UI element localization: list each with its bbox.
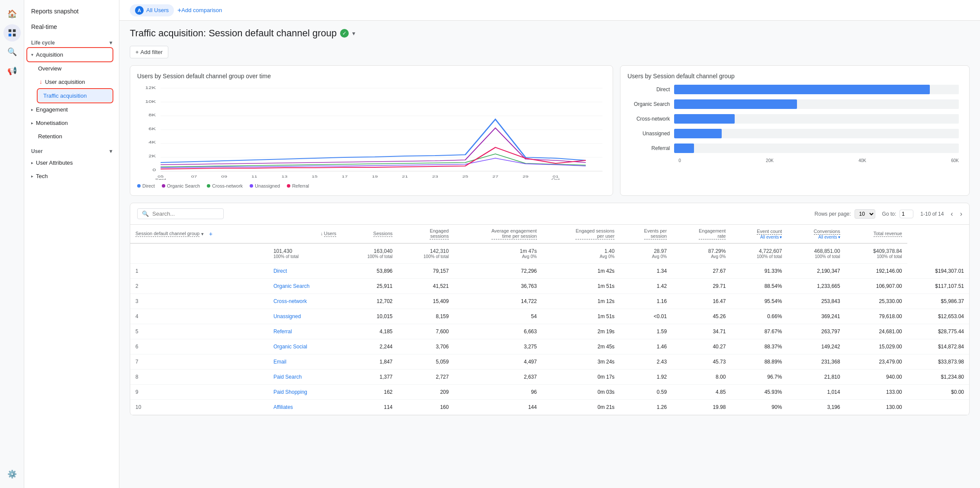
col-header-conversions[interactable]: Conversions All events ▾ — [787, 225, 845, 243]
cell-rank: 2 — [130, 279, 268, 294]
col-header-events-per-session[interactable]: Events persession — [620, 225, 672, 243]
page-title: Traffic acquisition: Session default cha… — [130, 28, 355, 39]
svg-text:12K: 12K — [145, 86, 156, 90]
goto-input[interactable] — [900, 210, 913, 218]
content-area: Traffic acquisition: Session default cha… — [119, 21, 980, 422]
cell-rank: 7 — [130, 354, 268, 370]
svg-text:8K: 8K — [148, 113, 156, 117]
rows-per-page-select[interactable]: 10 25 50 — [855, 209, 875, 219]
monetisation-nav[interactable]: ▸ Monetisation — [24, 116, 116, 130]
cell-engaged-per-user: 0.59 — [620, 385, 672, 400]
prev-page-btn[interactable]: ‹ — [951, 210, 953, 218]
cell-channel[interactable]: Cross-network — [268, 294, 341, 309]
user-attributes-nav[interactable]: ▸ User Attributes — [24, 156, 116, 169]
col-header-engagement-rate[interactable]: Engagementrate — [672, 225, 731, 243]
tech-nav[interactable]: ▸ Tech — [24, 169, 116, 183]
acquisition-nav[interactable]: ▾ Acquisition — [28, 48, 112, 61]
total-row: 101,430 100% of total 163,040 100% of to… — [130, 243, 969, 264]
cell-events-per-session: 45.26 — [672, 309, 731, 324]
col-header-engaged-sessions[interactable]: Engagedsessions — [398, 225, 454, 243]
cell-event-count: 149,242 — [787, 339, 845, 354]
add-filter-btn[interactable]: + Add filter — [130, 46, 168, 58]
svg-text:0: 0 — [153, 168, 156, 172]
cell-avg-engagement: 1m 42s — [542, 264, 620, 279]
cell-conversions: 106,907.00 — [845, 279, 907, 294]
page-title-row: Traffic acquisition: Session default cha… — [130, 28, 970, 39]
cell-conversions: 192,146.00 — [845, 264, 907, 279]
total-engaged-sessions: 142,310 100% of total — [398, 243, 454, 264]
total-engagement-rate: 87.29% Avg 0% — [672, 243, 731, 264]
svg-rect-1 — [13, 29, 15, 32]
user-acquisition-nav[interactable]: → User acquisition — [24, 75, 116, 89]
chevron-down-icon[interactable]: ▾ — [352, 30, 355, 37]
next-page-btn[interactable]: › — [960, 210, 962, 218]
cell-engaged-sessions: 6,663 — [454, 324, 542, 339]
col-header-users[interactable]: ↓Users — [268, 225, 341, 243]
cell-rank: 6 — [130, 339, 268, 354]
cell-channel[interactable]: Affiliates — [268, 400, 341, 415]
overview-nav[interactable]: Overview — [24, 62, 116, 75]
cell-engaged-per-user: 1.34 — [620, 264, 672, 279]
reports-snapshot-nav[interactable]: Reports snapshot — [24, 3, 119, 19]
cell-engaged-per-user: <0.01 — [620, 309, 672, 324]
cell-channel[interactable]: Direct — [268, 264, 341, 279]
cell-users: 2,244 — [341, 339, 398, 354]
col-header-event-count[interactable]: Event count All events ▾ — [731, 225, 787, 243]
cell-users: 1,377 — [341, 370, 398, 385]
bar-track-direct — [674, 85, 959, 94]
retention-nav[interactable]: Retention — [24, 130, 116, 143]
home-icon[interactable]: 🏠 — [3, 5, 21, 22]
cell-conversions: 24,681.00 — [845, 324, 907, 339]
search-box[interactable]: 🔍 — [137, 208, 224, 219]
pagination-info: 1-10 of 14 — [920, 211, 944, 217]
data-table: Session default channel group ▾ + ↓Users… — [130, 225, 969, 415]
cell-revenue: $28,775.44 — [907, 324, 969, 339]
traffic-acquisition-nav[interactable]: Traffic acquisition — [38, 89, 112, 102]
cell-channel[interactable]: Organic Search — [268, 279, 341, 294]
legend-dot-direct — [137, 184, 141, 188]
svg-text:10K: 10K — [145, 99, 156, 104]
svg-rect-2 — [8, 34, 11, 36]
add-comparison-btn[interactable]: + Add comparison — [177, 6, 222, 14]
advertising-icon[interactable]: 📢 — [3, 62, 21, 80]
event-count-dropdown-icon[interactable]: ▾ — [780, 235, 782, 239]
cell-conversions: 940.00 — [845, 370, 907, 385]
verified-badge: ✓ — [340, 29, 349, 38]
cell-engagement-rate: 88.54% — [731, 279, 787, 294]
cell-events-per-session: 16.47 — [672, 294, 731, 309]
col-header-sessions[interactable]: Sessions — [341, 225, 398, 243]
col-header-avg-engagement[interactable]: Average engagementtime per session — [454, 225, 542, 243]
cell-engagement-rate: 91.33% — [731, 264, 787, 279]
bar-label-unassigned: Unassigned — [631, 131, 674, 137]
cell-channel[interactable]: Referral — [268, 324, 341, 339]
cell-sessions: 41,521 — [398, 279, 454, 294]
real-time-nav[interactable]: Real-time — [24, 19, 119, 35]
explore-icon[interactable]: 🔍 — [3, 43, 21, 61]
cell-engaged-per-user: 1.92 — [620, 370, 672, 385]
user-pill[interactable]: A All Users — [130, 4, 174, 16]
add-col-btn[interactable]: + — [209, 230, 212, 237]
conversions-dropdown-icon[interactable]: ▾ — [838, 235, 840, 239]
cell-engagement-rate: 88.37% — [731, 339, 787, 354]
table-row: 6 Organic Social 2,244 3,706 3,275 2m 45… — [130, 339, 969, 354]
col-header-revenue[interactable]: Total revenue — [845, 225, 907, 243]
cell-engaged-sessions: 14,722 — [454, 294, 542, 309]
cell-channel[interactable]: Unassigned — [268, 309, 341, 324]
col-header-channel[interactable]: Session default channel group ▾ + — [130, 225, 268, 243]
cell-channel[interactable]: Organic Social — [268, 339, 341, 354]
cell-channel[interactable]: Paid Shopping — [268, 385, 341, 400]
svg-text:13: 13 — [282, 175, 288, 178]
settings-icon[interactable]: ⚙️ — [3, 466, 21, 483]
cell-channel[interactable]: Email — [268, 354, 341, 370]
total-engaged-per-user: 1.40 Avg 0% — [542, 243, 620, 264]
chart-legend: Direct Organic Search Cross-network Unas… — [137, 183, 606, 188]
cell-revenue: $5,986.37 — [907, 294, 969, 309]
cell-channel[interactable]: Paid Search — [268, 370, 341, 385]
search-input[interactable] — [152, 211, 219, 217]
cell-event-count: 21,810 — [787, 370, 845, 385]
reports-icon[interactable] — [3, 24, 21, 41]
col-header-engaged-per-user[interactable]: Engaged sessionsper user — [542, 225, 620, 243]
cell-engaged-per-user: 1.16 — [620, 294, 672, 309]
filter-icon[interactable]: ▾ — [201, 231, 204, 237]
engagement-nav[interactable]: ▸ Engagement — [24, 103, 116, 116]
